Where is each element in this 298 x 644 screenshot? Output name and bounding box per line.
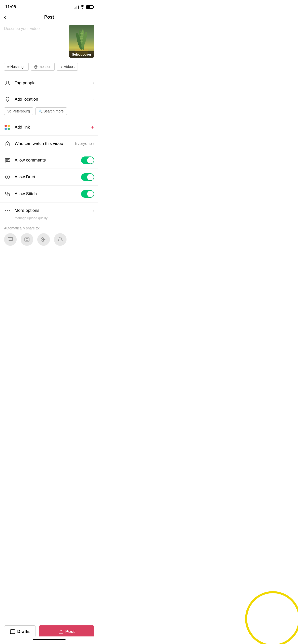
tag-people-row[interactable]: Tag people › (0, 75, 98, 91)
lock-icon (4, 140, 11, 147)
svg-point-26 (26, 238, 28, 240)
videos-label: Videos (64, 65, 75, 69)
person-icon (4, 79, 11, 87)
who-can-watch-chevron: › (93, 141, 94, 146)
wifi-icon (80, 5, 85, 9)
svg-point-11 (7, 81, 9, 83)
add-link-row[interactable]: Add link + (0, 119, 98, 135)
tag-buttons: # Hashtags @ mention ▷ Videos (0, 62, 98, 75)
add-link-plus: + (91, 124, 94, 131)
videos-button[interactable]: ▷ Videos (57, 63, 78, 71)
svg-point-24 (9, 210, 10, 211)
add-location-row[interactable]: Add location › (0, 91, 98, 107)
duet-icon (4, 174, 11, 181)
more-options-icon (4, 207, 11, 214)
link-dots-icon (4, 124, 11, 131)
svg-point-14 (7, 144, 8, 145)
mention-icon: @ (34, 65, 38, 69)
toggle-knob-stitch (87, 191, 94, 197)
cover-thumbnail[interactable]: Select cover (69, 25, 94, 58)
svg-rect-25 (25, 237, 29, 242)
videos-icon: ▷ (60, 64, 63, 69)
status-time: 11:08 (5, 5, 16, 10)
svg-point-12 (7, 98, 8, 99)
stitch-icon (4, 190, 11, 197)
main-content: Describe your video (0, 23, 98, 273)
allow-comments-label: Allow comments (15, 158, 81, 163)
status-bar: 11:08 (0, 0, 98, 13)
svg-rect-19 (6, 192, 7, 194)
share-instagram-button[interactable] (21, 233, 33, 246)
share-messages-button[interactable] (4, 233, 17, 246)
battery-icon (86, 5, 93, 9)
mention-label: mention (39, 65, 51, 69)
add-location-label: Add location (15, 97, 93, 102)
add-location-chevron: › (93, 97, 94, 102)
allow-stitch-toggle[interactable] (81, 190, 94, 198)
search-more-label: Search more (44, 109, 64, 113)
toggle-knob-duet (87, 174, 94, 180)
tag-people-label: Tag people (15, 80, 93, 86)
auto-share-icons (4, 233, 94, 246)
location-icon (4, 96, 11, 103)
share-tiktokplus-button[interactable] (37, 233, 50, 246)
location-chips: St. Petersburg 🔍 Search more (0, 107, 98, 119)
more-options-label: More options (15, 208, 93, 213)
allow-comments-toggle[interactable] (81, 156, 94, 164)
who-can-watch-value: Everyone (75, 141, 92, 146)
add-link-label: Add link (15, 125, 91, 130)
back-button[interactable]: ‹ (4, 14, 6, 21)
auto-share-title: Automatically share to: (4, 226, 94, 230)
hashtags-button[interactable]: # Hashtags (4, 63, 29, 71)
bottom-spacer (0, 248, 98, 273)
svg-rect-20 (8, 194, 10, 196)
auto-share-section: Automatically share to: (0, 223, 98, 248)
more-options-sub: Manage upload quality (0, 216, 98, 223)
svg-point-23 (7, 210, 8, 211)
st-petersburg-chip[interactable]: St. Petersburg (4, 107, 33, 115)
share-snapchat-button[interactable] (54, 233, 67, 246)
mention-button[interactable]: @ mention (31, 63, 55, 71)
allow-duet-row[interactable]: Allow Duet (0, 169, 98, 185)
allow-stitch-label: Allow Stitch (15, 191, 81, 196)
cover-label: Select cover (69, 51, 94, 58)
description-input[interactable]: Describe your video (4, 25, 66, 58)
svg-point-22 (5, 210, 6, 211)
who-can-watch-label: Who can watch this video (15, 141, 75, 146)
search-chip-icon: 🔍 (39, 109, 43, 113)
who-can-watch-row[interactable]: Who can watch this video Everyone › (0, 136, 98, 152)
svg-point-18 (7, 176, 10, 178)
nav-header: ‹ Post (0, 13, 98, 23)
allow-duet-toggle[interactable] (81, 173, 94, 181)
search-more-chip[interactable]: 🔍 Search more (35, 107, 67, 115)
comments-icon (4, 157, 11, 164)
signal-icon (74, 5, 79, 9)
status-icons (74, 5, 93, 9)
svg-point-27 (28, 238, 28, 238)
hashtags-label: Hashtags (10, 65, 25, 69)
page-title: Post (44, 15, 54, 20)
allow-duet-label: Allow Duet (15, 175, 81, 180)
more-options-chevron: › (93, 208, 94, 213)
tag-people-chevron: › (93, 81, 94, 85)
toggle-knob-comments (87, 157, 94, 164)
allow-comments-row[interactable]: Allow comments (0, 152, 98, 169)
hashtag-icon: # (7, 65, 9, 69)
description-area: Describe your video (0, 23, 98, 62)
allow-stitch-row[interactable]: Allow Stitch (0, 186, 98, 202)
